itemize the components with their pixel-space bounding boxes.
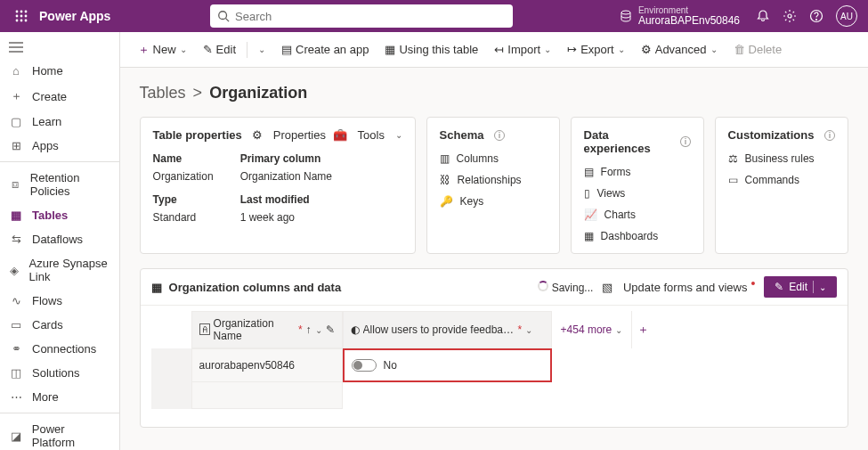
- col-label: Allow users to provide feedback for App …: [363, 323, 515, 336]
- advanced-label: Advanced: [655, 43, 707, 56]
- avatar[interactable]: AU: [836, 5, 857, 27]
- update-icon: ▧: [602, 281, 612, 294]
- book-icon: ▢: [9, 115, 23, 128]
- svg-point-7: [20, 20, 23, 22]
- svg-point-6: [16, 20, 19, 22]
- charts-link[interactable]: 📈Charts: [584, 209, 691, 221]
- pencil-icon: ✎: [775, 281, 783, 293]
- breadcrumb-parent[interactable]: Tables: [140, 84, 186, 102]
- modified-label: Last modified: [240, 193, 332, 206]
- schema-relationships-link[interactable]: ⛓Relationships: [440, 174, 547, 186]
- edit-split-chevron[interactable]: ⌄: [251, 41, 272, 58]
- synapse-icon: ◈: [9, 264, 20, 277]
- update-forms-button[interactable]: ▧ Update forms and views•: [602, 281, 755, 294]
- chevron-down-icon: ⌄: [525, 325, 532, 335]
- advanced-icon: ⚙: [641, 43, 652, 56]
- card-title: Schema: [440, 128, 484, 142]
- import-button[interactable]: ↤Import⌄: [487, 39, 558, 60]
- search-field[interactable]: [235, 10, 506, 23]
- sidebar-item-label: Azure Synapse Link: [29, 257, 110, 283]
- sidebar-item-dataflows[interactable]: ⇆Dataflows: [0, 227, 119, 251]
- search-input[interactable]: [210, 4, 513, 28]
- sidebar-item-tables[interactable]: ▦Tables: [0, 203, 119, 227]
- sidebar-item-home[interactable]: ⌂Home: [0, 59, 119, 83]
- update-forms-label: Update forms and views: [623, 281, 747, 294]
- column-header-feedback[interactable]: ◐Allow users to provide feedback for App…: [343, 311, 552, 348]
- settings-icon[interactable]: [783, 9, 797, 23]
- edit-grid-button[interactable]: ✎Edit⌄: [764, 276, 837, 298]
- svg-point-1: [20, 11, 23, 13]
- sidebar-item-power-platform[interactable]: ◪Power Platform: [0, 417, 119, 450]
- commands-link[interactable]: ▭Commands: [728, 174, 835, 186]
- edit-column-icon[interactable]: ✎: [326, 323, 335, 336]
- new-button[interactable]: ＋New⌄: [131, 38, 194, 61]
- card-title: Data experiences: [584, 128, 670, 155]
- environment-picker[interactable]: Environment AuroraBAPEnv50846: [619, 5, 740, 27]
- link-label: Relationships: [458, 174, 522, 186]
- views-link[interactable]: ▯Views: [584, 187, 691, 200]
- primary-label: Primary column: [240, 152, 332, 165]
- info-icon[interactable]: i: [494, 130, 505, 141]
- add-column-button[interactable]: ＋: [631, 311, 654, 348]
- export-label: Export: [580, 43, 614, 56]
- sidebar-item-label: Power Platform: [32, 422, 110, 449]
- dashboards-link[interactable]: ▦Dashboards: [584, 230, 691, 242]
- advanced-button[interactable]: ⚙Advanced⌄: [634, 39, 725, 60]
- sidebar-item-more[interactable]: ⋯More: [0, 385, 119, 409]
- sidebar-item-apps[interactable]: ⊞Apps: [0, 134, 119, 158]
- chevron-down-icon: ⌄: [618, 45, 625, 54]
- notifications-icon[interactable]: [756, 9, 770, 23]
- name-value: Organization: [153, 170, 214, 183]
- link-label: Views: [597, 187, 626, 200]
- cell-orgname[interactable]: aurorabapenv50846: [191, 348, 343, 382]
- forms-link[interactable]: ▤Forms: [584, 166, 691, 178]
- svg-point-11: [621, 11, 630, 14]
- sidebar-item-flows[interactable]: ∿Flows: [0, 289, 119, 313]
- svg-point-5: [25, 15, 28, 18]
- edit-button[interactable]: ✎Edit: [196, 39, 243, 60]
- help-icon[interactable]: [809, 9, 823, 23]
- dashboards-icon: ▦: [584, 230, 594, 242]
- plus-icon: ＋: [138, 42, 150, 58]
- schema-keys-link[interactable]: 🔑Keys: [440, 195, 547, 208]
- svg-point-14: [816, 20, 817, 20]
- business-rules-link[interactable]: ⚖Business rules: [728, 152, 835, 165]
- sidebar-item-solutions[interactable]: ◫Solutions: [0, 361, 119, 385]
- properties-button[interactable]: ⚙ Properties: [252, 128, 326, 142]
- info-icon[interactable]: i: [824, 130, 835, 141]
- table-icon: ▦: [385, 43, 395, 56]
- import-label: Import: [507, 43, 540, 56]
- svg-point-3: [16, 15, 19, 18]
- sidebar-item-label: Tables: [32, 209, 68, 222]
- sort-asc-icon: ↑: [306, 323, 312, 336]
- sidebar-item-learn[interactable]: ▢Learn: [0, 110, 119, 134]
- hamburger-icon[interactable]: [0, 36, 119, 59]
- rules-icon: ⚖: [728, 152, 738, 165]
- sidebar-item-label: Solutions: [32, 366, 79, 380]
- command-bar: ＋New⌄ ✎Edit ⌄ ▤Create an app ▦Using this…: [120, 32, 868, 68]
- app-icon: ▤: [281, 43, 292, 56]
- create-app-button[interactable]: ▤Create an app: [274, 39, 376, 60]
- info-icon[interactable]: i: [680, 136, 690, 147]
- type-value: Standard: [153, 211, 214, 224]
- type-label: Type: [153, 193, 214, 206]
- column-header-orgname[interactable]: 🄰Organization Name*↑⌄✎: [191, 311, 343, 348]
- sidebar-item-synapse[interactable]: ◈Azure Synapse Link: [0, 251, 119, 289]
- sidebar-item-cards[interactable]: ▭Cards: [0, 313, 119, 337]
- chevron-down-icon: ⌄: [315, 325, 322, 335]
- toggle-off-icon[interactable]: [352, 359, 377, 372]
- customizations-card: Customizations i ⚖Business rules ▭Comman…: [715, 117, 848, 254]
- using-table-button[interactable]: ▦Using this table: [377, 39, 485, 60]
- tools-button[interactable]: 🧰 Tools ⌄: [333, 128, 402, 142]
- export-button[interactable]: ↦Export⌄: [560, 39, 632, 60]
- apps-icon: ⊞: [9, 139, 23, 152]
- schema-columns-link[interactable]: ▥Columns: [440, 152, 547, 165]
- sidebar-item-connections[interactable]: ⚭Connections: [0, 337, 119, 361]
- more-columns-button[interactable]: +454 more⌄: [552, 311, 632, 348]
- sidebar-item-retention[interactable]: ⧈Retention Policies: [0, 166, 119, 203]
- cell-feedback-toggle[interactable]: No: [343, 348, 552, 382]
- chevron-down-icon[interactable]: ⌄: [819, 282, 826, 292]
- app-header: Power Apps Environment AuroraBAPEnv50846…: [0, 0, 868, 32]
- waffle-icon[interactable]: [7, 10, 36, 22]
- sidebar-item-create[interactable]: ＋Create: [0, 83, 119, 110]
